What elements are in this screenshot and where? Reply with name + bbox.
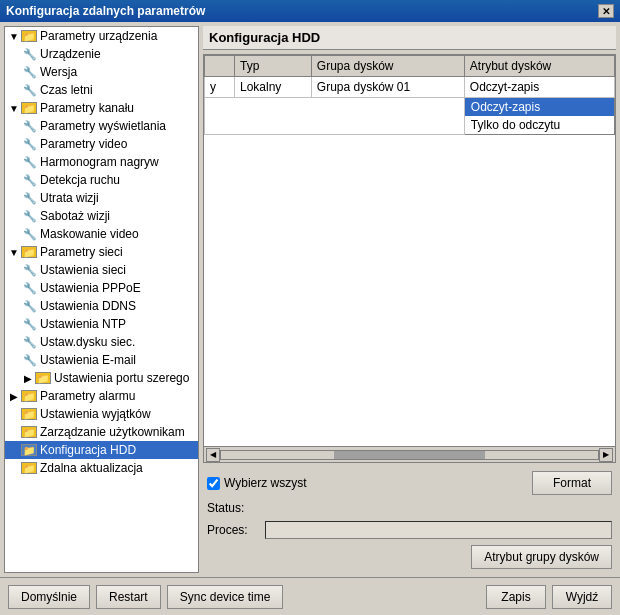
window-title: Konfiguracja zdalnych parametrów xyxy=(6,4,205,18)
key-icon: 🔧 xyxy=(23,120,37,132)
tree-group-header-parametry-kanalu[interactable]: ▼ 📁 Parametry kanału xyxy=(5,99,198,117)
tree-item-label: Konfiguracja HDD xyxy=(40,443,136,457)
tree-item-sabotaz-wizji[interactable]: 🔧 Sabotaż wizji xyxy=(21,207,198,225)
cell-atrybut[interactable]: Odczyt-zapis xyxy=(464,77,614,98)
expand-icon: ▶ xyxy=(21,371,35,385)
folder-icon: 📁 xyxy=(21,426,37,438)
folder-icon: 📁 xyxy=(21,444,37,456)
save-button[interactable]: Zapis xyxy=(486,585,546,609)
tree-item-ustawienia-pppoe[interactable]: 🔧 Ustawienia PPPoE xyxy=(21,279,198,297)
key-icon: 🔧 xyxy=(23,228,37,240)
close-button[interactable]: ✕ xyxy=(598,4,614,18)
tree-item-ustawienia-ddns[interactable]: 🔧 Ustawienia DDNS xyxy=(21,297,198,315)
cell-grupa: Grupa dysków 01 xyxy=(311,77,464,98)
tree-item-ustaw-dysku-siec[interactable]: 🔧 Ustaw.dysku siec. xyxy=(21,333,198,351)
process-row: Proces: xyxy=(203,521,616,539)
bottom-bar: Domyślnie Restart Sync device time Zapis… xyxy=(0,577,620,615)
checkbox-text: Wybierz wszyst xyxy=(224,476,307,490)
exit-button[interactable]: Wyjdź xyxy=(552,585,612,609)
left-panel[interactable]: ▼ 📁 Parametry urządzenia 🔧 Urządzenie 🔧 … xyxy=(4,26,199,573)
tree-item-zdalna-aktualizacja[interactable]: 📁 Zdalna aktualizacja xyxy=(5,459,198,477)
tree-item-wersja[interactable]: 🔧 Wersja xyxy=(21,63,198,81)
key-icon: 🔧 xyxy=(23,156,37,168)
key-icon: 🔧 xyxy=(23,264,37,276)
dropdown-option-tylko-odczyt[interactable]: Tylko do odczytu xyxy=(465,116,614,134)
key-icon: 🔧 xyxy=(23,174,37,186)
key-icon: 🔧 xyxy=(23,138,37,150)
restart-button[interactable]: Restart xyxy=(96,585,161,609)
horizontal-scrollbar[interactable]: ◀ ▶ xyxy=(204,446,615,462)
tree-group-header-parametry-sieci[interactable]: ▼ 📁 Parametry sieci xyxy=(5,243,198,261)
folder-icon: 📁 xyxy=(21,408,37,420)
tree-item-utrata-wizji[interactable]: 🔧 Utrata wizji xyxy=(21,189,198,207)
attr-btn-row: Atrybut grupy dysków xyxy=(203,545,616,569)
right-panel: Konfiguracja HDD Typ Grupa dysków Atrybu… xyxy=(203,26,616,573)
attr-button[interactable]: Atrybut grupy dysków xyxy=(471,545,612,569)
process-label: Proces: xyxy=(207,523,257,537)
panel-title: Konfiguracja HDD xyxy=(203,26,616,50)
tree-item-parametry-video[interactable]: 🔧 Parametry video xyxy=(21,135,198,153)
tree-item-czas-letni[interactable]: 🔧 Czas letni xyxy=(21,81,198,99)
checkbox-label[interactable]: Wybierz wszyst xyxy=(207,476,307,490)
tree-item-ustawienia-sieci[interactable]: 🔧 Ustawienia sieci xyxy=(21,261,198,279)
folder-icon: 📁 xyxy=(21,462,37,474)
scroll-right-btn[interactable]: ▶ xyxy=(599,448,613,462)
tree-item-zarzadzanie-uzytkownikami[interactable]: 📁 Zarządzanie użytkownikam xyxy=(5,423,198,441)
scrollbar-track[interactable] xyxy=(220,450,599,460)
expand-icon: ▼ xyxy=(7,245,21,259)
folder-icon: 📁 xyxy=(21,390,37,402)
scroll-left-btn[interactable]: ◀ xyxy=(206,448,220,462)
tree-group-header-parametry-urzadzenia[interactable]: ▼ 📁 Parametry urządzenia xyxy=(5,27,198,45)
hdd-table: Typ Grupa dysków Atrybut dysków y Lokaln… xyxy=(204,55,615,135)
tree-item-parametry-wyswietlania[interactable]: 🔧 Parametry wyświetlania xyxy=(21,117,198,135)
tree-children: 🔧 Ustawienia sieci 🔧 Ustawienia PPPoE 🔧 … xyxy=(5,261,198,369)
tree-group-parametry-kanalu: ▼ 📁 Parametry kanału 🔧 Parametry wyświet… xyxy=(5,99,198,243)
tree-group-parametry-urzadzenia: ▼ 📁 Parametry urządzenia 🔧 Urządzenie 🔧 … xyxy=(5,27,198,99)
tree-item-urzadzenie[interactable]: 🔧 Urządzenie xyxy=(21,45,198,63)
controls-area: Wybierz wszyst Format Status: Proces: At… xyxy=(203,467,616,573)
dropdown-option-odczyt-zapis[interactable]: Odczyt-zapis xyxy=(465,98,614,116)
key-icon: 🔧 xyxy=(23,300,37,312)
tree-item-ustawienia-email[interactable]: 🔧 Ustawienia E-mail xyxy=(21,351,198,369)
tree-item-ustawienia-ntp[interactable]: 🔧 Ustawienia NTP xyxy=(21,315,198,333)
table-container: Typ Grupa dysków Atrybut dysków y Lokaln… xyxy=(203,54,616,463)
tree-item-konfiguracja-hdd[interactable]: 📁 Konfiguracja HDD xyxy=(5,441,198,459)
tree-group-header-ustawienia-portu[interactable]: ▶ 📁 Ustawienia portu szerego xyxy=(5,369,198,387)
tree-item-maskowanie-video[interactable]: 🔧 Maskowanie video xyxy=(21,225,198,243)
sync-time-button[interactable]: Sync device time xyxy=(167,585,284,609)
folder-icon: 📁 xyxy=(21,30,37,42)
checkbox-row: Wybierz wszyst Format xyxy=(203,471,616,495)
key-icon: 🔧 xyxy=(23,66,37,78)
wybierz-wszystkie-checkbox[interactable] xyxy=(207,477,220,490)
main-container: ▼ 📁 Parametry urządzenia 🔧 Urządzenie 🔧 … xyxy=(0,22,620,577)
scrollbar-thumb[interactable] xyxy=(334,451,485,459)
tree-group-header-parametry-alarmu[interactable]: ▶ 📁 Parametry alarmu xyxy=(5,387,198,405)
tree-item-harmonogram[interactable]: 🔧 Harmonogram nagryw xyxy=(21,153,198,171)
cell-num: y xyxy=(205,77,235,98)
tree-item-detekcja-ruchu[interactable]: 🔧 Detekcja ruchu xyxy=(21,171,198,189)
format-button[interactable]: Format xyxy=(532,471,612,495)
key-icon: 🔧 xyxy=(23,282,37,294)
key-icon: 🔧 xyxy=(23,210,37,222)
key-icon: 🔧 xyxy=(23,192,37,204)
folder-icon: 📁 xyxy=(21,102,37,114)
defaults-button[interactable]: Domyślnie xyxy=(8,585,90,609)
tree-children: 🔧 Parametry wyświetlania 🔧 Parametry vid… xyxy=(5,117,198,243)
tree-item-ustawienia-wyjatkow[interactable]: 📁 Ustawienia wyjątków xyxy=(5,405,198,423)
tree-group-label: Parametry urządzenia xyxy=(40,29,157,43)
col-num xyxy=(205,56,235,77)
table-row: y Lokalny Grupa dysków 01 Odczyt-zapis xyxy=(205,77,615,98)
expand-icon: ▼ xyxy=(7,101,21,115)
dropdown-cell: Odczyt-zapis Tylko do odczytu xyxy=(464,98,614,135)
tree-group-parametry-sieci: ▼ 📁 Parametry sieci 🔧 Ustawienia sieci 🔧… xyxy=(5,243,198,369)
atrybut-value: Odczyt-zapis xyxy=(465,77,614,97)
bottom-left: Domyślnie Restart Sync device time xyxy=(8,585,283,609)
tree-children: 🔧 Urządzenie 🔧 Wersja 🔧 Czas letni xyxy=(5,45,198,99)
folder-icon: 📁 xyxy=(21,246,37,258)
progress-bar xyxy=(265,521,612,539)
key-icon: 🔧 xyxy=(23,84,37,96)
bottom-right: Zapis Wyjdź xyxy=(486,585,612,609)
title-bar-buttons: ✕ xyxy=(598,4,614,18)
status-row: Status: xyxy=(203,501,616,515)
title-bar: Konfiguracja zdalnych parametrów ✕ xyxy=(0,0,620,22)
